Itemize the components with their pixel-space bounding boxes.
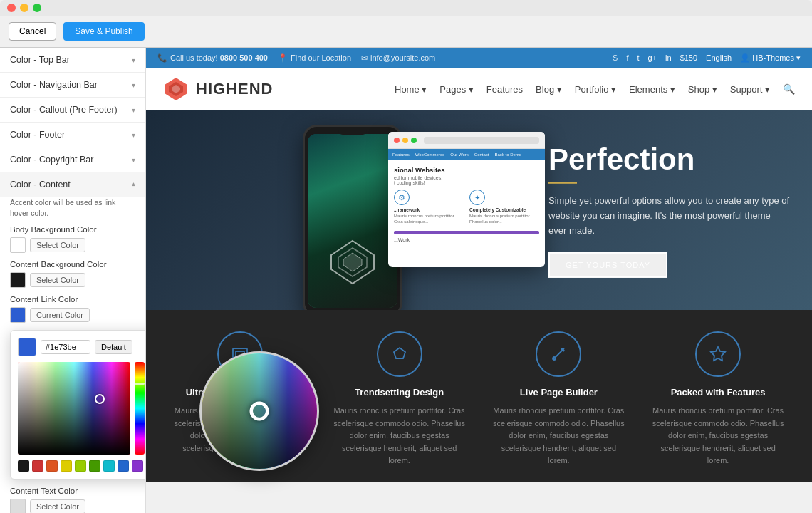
sidebar-item-copyright-bar[interactable]: Color - Copyright Bar ▾ [0,147,145,172]
skype-icon: S [613,53,618,62]
features-section: Ultra Responsive Layout Mauris rhoncus p… [146,310,812,482]
feature-title-4: Packed with Features [671,387,766,398]
preset-swatch-black[interactable] [18,460,29,472]
location-item: 📍 Find our Location [278,53,351,63]
window-chrome [0,0,812,16]
content-text-swatch[interactable] [10,499,26,513]
hint-text: Accent color will be used as link hover … [10,197,135,218]
hero-title: Perfection [548,142,791,177]
color-picker-popup: #1e73be Default [10,330,146,480]
chevron-down-icon: ▾ [132,81,135,89]
sidebar-item-footer[interactable]: Color - Footer ▾ [0,123,145,147]
sidebar-item-nav-bar[interactable]: Color - Navigation Bar ▾ [0,73,145,98]
nav-features[interactable]: Features [486,84,523,95]
body-bg-color-row: Body Background Color Select Color [10,225,135,253]
hero-cta-button[interactable]: GET YOURS TODAY [548,252,667,278]
content-bg-label: Content Background Color [10,260,135,269]
feature-item-1: Ultra Responsive Layout Mauris rhoncus p… [160,331,320,467]
content-link-label: Content Link Color [10,295,135,304]
social-icon: g+ [648,53,657,62]
location-icon: 📍 [278,53,288,63]
phone-mockup [303,125,402,310]
search-icon[interactable]: 🔍 [783,83,795,95]
preset-swatch-red[interactable] [32,460,43,472]
nav-elements[interactable]: Elements ▾ [629,84,675,95]
sidebar-item-callout[interactable]: Color - Callout (Pre Footer) ▾ [0,98,145,123]
minimize-button[interactable] [20,4,28,12]
account-item: 👤 HB-Themes ▾ [740,53,801,63]
svg-marker-12 [711,347,725,361]
site-top-bar: 📞 Call us today! 0800 500 400 📍 Find our… [146,48,812,68]
nav-home[interactable]: Home ▾ [395,84,427,95]
sidebar-item-top-bar[interactable]: Color - Top Bar ▾ [0,48,145,73]
close-button[interactable] [7,4,16,12]
maximize-button[interactable] [33,4,41,12]
preset-swatch-cyan[interactable] [103,460,115,472]
sidebar-item-content[interactable]: Color - Content ▾ [0,172,145,197]
sidebar: Color - Top Bar ▾ Color - Navigation Bar… [0,48,146,513]
color-gradient-canvas[interactable] [18,362,130,455]
feature-desc-3: Mauris rhoncus pretium porttitor. Cras s… [491,405,628,467]
svg-marker-5 [343,253,362,271]
preset-swatch-blue[interactable] [118,460,129,472]
feature-icon-builder [536,331,581,377]
location-text: Find our Location [291,53,351,62]
nav-pages[interactable]: Pages ▾ [439,84,473,95]
nav-blog[interactable]: Blog ▾ [536,84,562,95]
logo-text: HIGHEND [196,80,273,98]
language-selector[interactable]: English [706,53,732,62]
sidebar-item-label: Color - Callout (Pre Footer) [10,105,118,115]
preset-swatch-green[interactable] [89,460,100,472]
current-color-swatch[interactable] [18,338,36,356]
nav-support[interactable]: Support ▾ [730,84,770,95]
site-nav: HIGHEND Home ▾ Pages ▾ Features Blog ▾ P… [146,68,812,110]
content-text-select-btn[interactable]: Select Color [30,499,85,513]
logo-icon [163,76,189,102]
save-publish-button[interactable]: Save & Publish [63,22,144,41]
body-bg-select-btn[interactable]: Select Color [30,238,85,252]
preset-swatch-orange[interactable] [46,460,58,472]
content-link-select-btn[interactable]: Current Color [30,308,90,322]
top-toolbar: Cancel Save & Publish [0,16,812,48]
feature-item-2: Trendsetting Design Mauris rhoncus preti… [320,331,479,467]
hex-input[interactable]: #1e73be [41,340,90,354]
svg-rect-7 [236,351,244,357]
chevron-down-icon: ▾ [132,131,135,139]
chevron-down-icon: ▾ [132,106,135,114]
hero-section: Features WooCommerce Our Work Contact Ba… [146,110,812,310]
phone-item: 📞 Call us today! 0800 500 400 [157,53,268,63]
preset-swatch-yellow[interactable] [61,460,72,472]
email-icon: ✉ [361,53,368,63]
content-bg-color-row: Content Background Color Select Color [10,260,135,288]
content-link-swatch[interactable] [10,307,26,323]
chevron-down-icon: ▾ [132,156,135,164]
feature-title-2: Trendsetting Design [355,387,444,398]
feature-icon-features [695,331,741,377]
site-logo: HIGHEND [163,76,273,102]
sidebar-item-label: Color - Copyright Bar [10,155,93,165]
feature-title-3: Live Page Builder [520,387,598,398]
cart-item: $150 [680,53,697,62]
diamond-icon [328,237,378,287]
default-button[interactable]: Default [95,340,132,354]
content-text-label: Content Text Color [10,487,135,495]
nav-portfolio[interactable]: Portfolio ▾ [575,84,616,95]
content-bg-select-btn[interactable]: Select Color [30,273,85,287]
cancel-button[interactable]: Cancel [9,22,56,41]
content-bg-swatch[interactable] [10,272,26,288]
phone-icon: 📞 [157,53,167,63]
nav-links: Home ▾ Pages ▾ Features Blog ▾ Portfolio… [395,83,795,95]
nav-shop[interactable]: Shop ▾ [688,84,717,95]
phone-text: Call us today! 0800 500 400 [170,53,268,62]
body-bg-swatch[interactable] [10,237,26,253]
chevron-down-icon: ▾ [132,56,135,64]
sidebar-item-label: Color - Top Bar [10,55,70,65]
hue-bar[interactable] [135,362,145,455]
preset-swatch-lime[interactable] [75,460,86,472]
preset-swatch-purple[interactable] [132,460,143,472]
preview-area: 📞 Call us today! 0800 500 400 📍 Find our… [146,48,812,513]
hero-line [548,182,577,184]
sidebar-item-label: Color - Footer [10,130,65,140]
feature-title-1: Ultra Responsive Layout [186,387,294,398]
feature-desc-1: Mauris rhoncus pretium porttitor. Cras s… [172,405,308,467]
